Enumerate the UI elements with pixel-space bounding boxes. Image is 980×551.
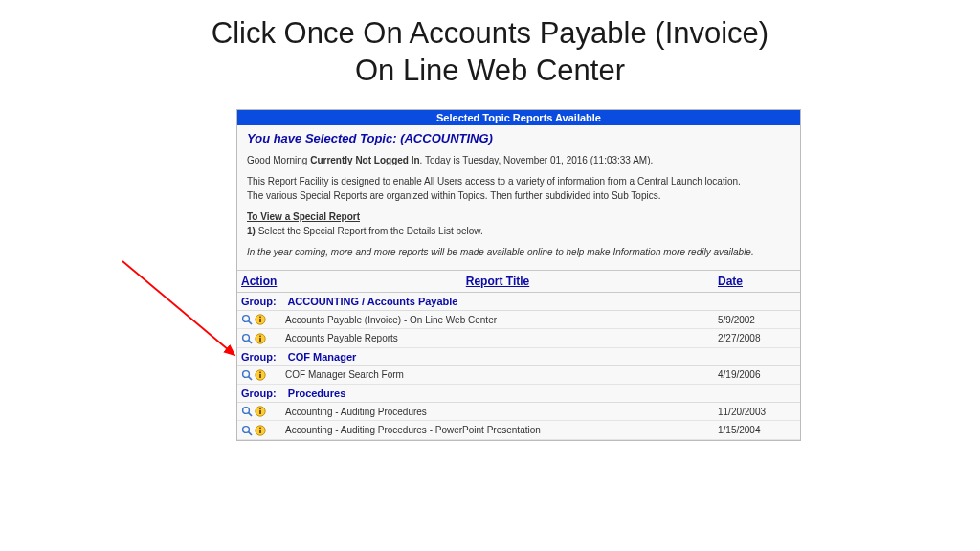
magnify-icon[interactable] <box>241 314 253 325</box>
login-status: Currently Not Logged In <box>310 155 419 165</box>
table-row[interactable]: Accounts Payable (Invoice) - On Line Web… <box>237 311 800 329</box>
svg-rect-4 <box>259 319 261 322</box>
svg-line-25 <box>122 261 234 355</box>
greeting-suffix: . Today is Tuesday, November 01, 2016 (1… <box>420 155 654 165</box>
svg-rect-8 <box>259 335 261 337</box>
info-icon[interactable] <box>255 425 266 436</box>
table-row[interactable]: Accounting - Auditing Procedures - Power… <box>237 421 800 439</box>
group-label: Group: <box>241 351 282 363</box>
magnify-icon[interactable] <box>241 333 253 344</box>
svg-rect-3 <box>259 317 261 319</box>
svg-point-20 <box>243 426 250 432</box>
report-title-cell: Accounts Payable Reports <box>281 329 714 347</box>
report-title-cell: COF Manager Search Form <box>281 365 714 384</box>
report-title-cell: Accounting - Auditing Procedures - Power… <box>281 421 714 439</box>
howto-title: To View a Special Report <box>247 211 360 222</box>
slide-title-line1: Click Once On Accounts Payable (Invoice) <box>212 16 768 50</box>
info-icon[interactable] <box>255 333 266 344</box>
panel-body: You have Selected Topic: (ACCOUNTING) Go… <box>237 125 800 270</box>
report-date-cell: 1/15/2004 <box>714 421 800 439</box>
action-cell <box>237 421 281 439</box>
svg-rect-23 <box>259 427 261 429</box>
svg-line-1 <box>249 321 252 324</box>
report-date-cell: 5/9/2002 <box>714 311 800 329</box>
svg-point-5 <box>243 334 250 341</box>
group-row: Group: Procedures <box>237 385 800 403</box>
topic-value: (ACCOUNTING) <box>400 131 493 145</box>
report-date-cell: 4/19/2006 <box>714 365 800 384</box>
svg-point-10 <box>243 371 250 378</box>
svg-rect-19 <box>259 410 261 414</box>
report-date-cell: 2/27/2008 <box>714 329 800 347</box>
col-action[interactable]: Action <box>237 271 281 293</box>
svg-rect-9 <box>259 338 261 342</box>
action-cell <box>237 403 281 421</box>
table-header-row: Action Report Title Date <box>237 271 800 293</box>
col-title[interactable]: Report Title <box>281 271 714 293</box>
annotation-arrow <box>115 253 249 387</box>
action-cell <box>237 365 281 384</box>
info-icon[interactable] <box>255 314 266 325</box>
slide-title: Click Once On Accounts Payable (Invoice)… <box>0 0 980 90</box>
group-label: Group: <box>241 296 282 307</box>
magnify-icon[interactable] <box>241 369 253 381</box>
group-name: COF Manager <box>288 351 357 363</box>
info-icon[interactable] <box>255 406 266 417</box>
group-name: ACCOUNTING / Accounts Payable <box>287 296 457 307</box>
report-table: Action Report Title Date Group: ACCOUNTI… <box>237 270 800 440</box>
table-row[interactable]: Accounting - Auditing Procedures11/20/20… <box>237 403 800 421</box>
col-date[interactable]: Date <box>714 271 800 293</box>
svg-rect-24 <box>259 430 261 433</box>
svg-point-0 <box>243 316 250 322</box>
svg-rect-18 <box>259 408 261 410</box>
table-row[interactable]: COF Manager Search Form4/19/2006 <box>237 365 800 384</box>
howto-step-num: 1) <box>247 226 256 236</box>
report-date-cell: 11/20/2003 <box>714 403 800 421</box>
svg-line-6 <box>249 340 252 342</box>
group-label: Group: <box>241 387 282 399</box>
action-cell <box>237 311 281 329</box>
svg-rect-14 <box>259 374 261 378</box>
svg-line-11 <box>249 377 252 380</box>
slide-title-line2: On Line Web Center <box>355 54 625 87</box>
group-name: Procedures <box>288 387 346 399</box>
svg-line-16 <box>249 413 252 416</box>
magnify-icon[interactable] <box>241 406 253 417</box>
report-title-cell: Accounts Payable (Invoice) - On Line Web… <box>281 311 714 329</box>
svg-line-21 <box>249 431 252 434</box>
report-panel: Selected Topic Reports Available You hav… <box>236 109 801 441</box>
info-icon[interactable] <box>255 369 266 381</box>
panel-header: Selected Topic Reports Available <box>237 110 800 125</box>
report-title-cell: Accounting - Auditing Procedures <box>281 403 714 421</box>
magnify-icon[interactable] <box>241 425 253 436</box>
svg-point-15 <box>243 408 250 414</box>
topic-prefix: You have Selected Topic: <box>247 131 400 145</box>
svg-rect-13 <box>259 372 261 374</box>
footnote: In the year coming, more and more report… <box>247 245 791 259</box>
group-row: Group: ACCOUNTING / Accounts Payable <box>237 293 800 311</box>
info-text: Good Morning Currently Not Logged In. To… <box>247 153 791 259</box>
group-row: Group: COF Manager <box>237 347 800 365</box>
howto-step-text: Select the Special Report from the Detai… <box>256 226 483 236</box>
greeting-prefix: Good Morning <box>247 155 310 165</box>
desc-line-1: This Report Facility is designed to enab… <box>247 174 791 188</box>
table-row[interactable]: Accounts Payable Reports2/27/2008 <box>237 329 800 347</box>
action-cell <box>237 329 281 347</box>
selected-topic: You have Selected Topic: (ACCOUNTING) <box>247 131 791 145</box>
howto: To View a Special Report 1) Select the S… <box>247 209 791 238</box>
greeting-line: Good Morning Currently Not Logged In. To… <box>247 153 791 167</box>
desc-line-2: The various Special Reports are organize… <box>247 188 791 203</box>
